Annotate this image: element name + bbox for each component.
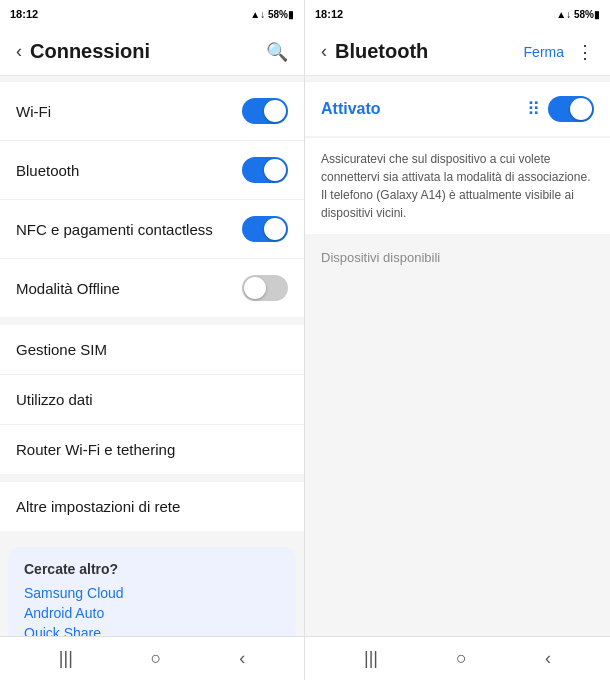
attivato-row: Attivato ⠿ — [305, 82, 610, 136]
gap-2 — [0, 474, 304, 482]
right-time: 18:12 — [315, 8, 343, 20]
left-panel-scroll: Wi-Fi Bluetooth NFC e pagamenti contactl… — [0, 76, 304, 636]
altre-item[interactable]: Altre impostazioni di rete — [0, 482, 304, 531]
left-page-title: Connessioni — [30, 40, 150, 63]
left-time: 18:12 — [10, 8, 38, 20]
left-panel: ‹ Connessioni 🔍 Wi-Fi Bluetooth — [0, 28, 305, 636]
left-bottom-nav: ||| ○ ‹ — [0, 637, 305, 680]
nfc-item[interactable]: NFC e pagamenti contactless — [0, 200, 304, 259]
right-page-title: Bluetooth — [335, 40, 428, 63]
right-status-bar: 18:12 ▲↓ 58%▮ — [305, 0, 610, 28]
connections-group: Wi-Fi Bluetooth NFC e pagamenti contactl… — [0, 82, 304, 317]
nfc-toggle[interactable] — [242, 216, 288, 242]
offline-item[interactable]: Modalità Offline — [0, 259, 304, 317]
main-panels: ‹ Connessioni 🔍 Wi-Fi Bluetooth — [0, 28, 610, 636]
right-status-icons: ▲↓ 58%▮ — [556, 9, 600, 20]
status-bar: 18:12 ▲↓ 58%▮ 18:12 ▲↓ 58%▮ — [0, 0, 610, 28]
altre-label: Altre impostazioni di rete — [16, 498, 180, 515]
wifi-toggle-knob — [264, 100, 286, 122]
gap-1 — [0, 317, 304, 325]
gap-3 — [0, 531, 304, 539]
nfc-toggle-knob — [264, 218, 286, 240]
gestione-sim-item[interactable]: Gestione SIM — [0, 325, 304, 375]
bluetooth-right-toggle-knob — [570, 98, 592, 120]
nfc-label: NFC e pagamenti contactless — [16, 221, 213, 238]
right-bottom-nav: ||| ○ ‹ — [305, 637, 610, 680]
utilizzo-dati-label: Utilizzo dati — [16, 391, 93, 408]
bottom-nav: ||| ○ ‹ ||| ○ ‹ — [0, 636, 610, 680]
cerca-group: Cercate altro? Samsung Cloud Android Aut… — [8, 547, 296, 636]
offline-label: Modalità Offline — [16, 280, 120, 297]
bluetooth-label: Bluetooth — [16, 162, 79, 179]
attivato-label: Attivato — [321, 100, 381, 118]
right-header-actions: Ferma ⋮ — [524, 41, 594, 63]
cerca-title: Cercate altro? — [24, 561, 280, 577]
right-nav-menu-icon[interactable]: ||| — [364, 648, 378, 669]
left-back-button[interactable]: ‹ — [16, 41, 22, 62]
router-item[interactable]: Router Wi-Fi e tethering — [0, 425, 304, 474]
right-nav-home-icon[interactable]: ○ — [456, 648, 467, 669]
left-signal-icons: ▲↓ 58%▮ — [250, 9, 294, 20]
left-status-bar: 18:12 ▲↓ 58%▮ — [0, 0, 305, 28]
bluetooth-item[interactable]: Bluetooth — [0, 141, 304, 200]
right-back-button[interactable]: ‹ — [321, 41, 327, 62]
attivato-left: Attivato — [321, 100, 381, 118]
info-text: Assicuratevi che sul dispositivo a cui v… — [321, 150, 594, 222]
single-items-group: Gestione SIM Utilizzo dati Router Wi-Fi … — [0, 325, 304, 474]
utilizzo-dati-item[interactable]: Utilizzo dati — [0, 375, 304, 425]
left-nav-home-icon[interactable]: ○ — [151, 648, 162, 669]
right-header-left: ‹ Bluetooth — [321, 40, 428, 63]
gestione-sim-label: Gestione SIM — [16, 341, 107, 358]
wifi-item[interactable]: Wi-Fi — [0, 82, 304, 141]
disponibili-label: Dispositivi disponibili — [305, 234, 610, 273]
grid-icon[interactable]: ⠿ — [527, 98, 540, 120]
quick-share-link[interactable]: Quick Share — [24, 625, 280, 636]
samsung-cloud-link[interactable]: Samsung Cloud — [24, 585, 280, 601]
left-nav-menu-icon[interactable]: ||| — [59, 648, 73, 669]
attivato-controls: ⠿ — [527, 96, 594, 122]
ferma-button[interactable]: Ferma — [524, 44, 564, 60]
left-header-left: ‹ Connessioni — [16, 40, 150, 63]
wifi-toggle[interactable] — [242, 98, 288, 124]
offline-toggle-knob — [244, 277, 266, 299]
extra-items-group: Altre impostazioni di rete — [0, 482, 304, 531]
more-options-icon[interactable]: ⋮ — [576, 41, 594, 63]
bluetooth-right-toggle[interactable] — [548, 96, 594, 122]
search-icon[interactable]: 🔍 — [266, 41, 288, 63]
info-text-box: Assicuratevi che sul dispositivo a cui v… — [305, 138, 610, 234]
right-signal-icons: ▲↓ 58%▮ — [556, 9, 600, 20]
wifi-label: Wi-Fi — [16, 103, 51, 120]
right-panel: ‹ Bluetooth Ferma ⋮ Attivato ⠿ Assicurat… — [305, 28, 610, 636]
bluetooth-toggle[interactable] — [242, 157, 288, 183]
bluetooth-toggle-knob — [264, 159, 286, 181]
right-nav-back-icon[interactable]: ‹ — [545, 648, 551, 669]
router-label: Router Wi-Fi e tethering — [16, 441, 175, 458]
left-nav-back-icon[interactable]: ‹ — [239, 648, 245, 669]
android-auto-link[interactable]: Android Auto — [24, 605, 280, 621]
left-status-icons: ▲↓ 58%▮ — [250, 9, 294, 20]
offline-toggle[interactable] — [242, 275, 288, 301]
right-header: ‹ Bluetooth Ferma ⋮ — [305, 28, 610, 76]
left-header: ‹ Connessioni 🔍 — [0, 28, 304, 76]
